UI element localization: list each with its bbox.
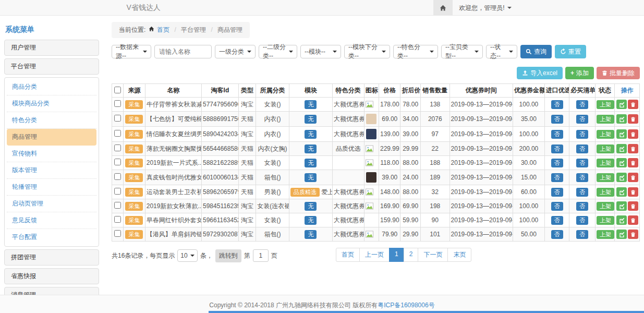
must-buy-badge[interactable]: 否 bbox=[576, 159, 588, 167]
row-checkbox[interactable] bbox=[114, 202, 121, 209]
delete-button[interactable] bbox=[628, 230, 638, 239]
sidebar-item-user-mgmt[interactable]: 用户管理 bbox=[4, 40, 99, 56]
import-select-badge[interactable]: 否 bbox=[551, 173, 563, 182]
pager-last[interactable]: 末页 bbox=[447, 248, 471, 262]
import-select-badge[interactable]: 否 bbox=[551, 230, 563, 239]
row-checkbox[interactable] bbox=[114, 188, 121, 195]
delete-button[interactable] bbox=[628, 144, 638, 153]
delete-button[interactable] bbox=[628, 215, 638, 225]
row-checkbox[interactable] bbox=[114, 216, 121, 223]
data-source-select[interactable]: --数据来源-- bbox=[112, 45, 151, 58]
must-buy-badge[interactable]: 否 bbox=[576, 173, 588, 182]
row-checkbox[interactable] bbox=[114, 230, 121, 237]
must-buy-badge[interactable]: 否 bbox=[576, 216, 588, 225]
import-select-badge[interactable]: 否 bbox=[551, 159, 563, 167]
row-checkbox[interactable] bbox=[114, 130, 121, 137]
status-badge[interactable]: 上架 bbox=[597, 216, 614, 225]
edit-button[interactable] bbox=[616, 114, 627, 124]
primary-category-select[interactable]: 一级分类 bbox=[215, 45, 256, 58]
status-badge[interactable]: 上架 bbox=[597, 188, 614, 197]
edit-button[interactable] bbox=[616, 230, 627, 239]
status-badge[interactable]: 上架 bbox=[597, 173, 614, 182]
breadcrumb-home-link[interactable]: 首页 bbox=[148, 26, 172, 33]
page-number-input[interactable] bbox=[253, 249, 269, 262]
sidebar-item-module-goods-category[interactable]: 模块商品分类 bbox=[7, 95, 96, 112]
must-buy-badge[interactable]: 否 bbox=[576, 115, 588, 124]
status-badge[interactable]: 上架 bbox=[597, 100, 614, 109]
status-badge[interactable]: 上架 bbox=[597, 230, 614, 239]
row-checkbox[interactable] bbox=[114, 145, 121, 151]
status-badge[interactable]: 上架 bbox=[597, 115, 614, 124]
sidebar-item-message-mgmt[interactable]: 消息管理 bbox=[4, 287, 99, 295]
jump-button[interactable]: 跳转到 bbox=[215, 249, 241, 262]
status-badge[interactable]: 上架 bbox=[597, 202, 614, 211]
module-sub-category-select[interactable]: --模块下分类-- bbox=[344, 45, 390, 58]
edit-button[interactable] bbox=[616, 187, 627, 197]
featured-category-select[interactable]: --特色分类-- bbox=[393, 45, 438, 58]
sidebar-item-carousel-mgmt[interactable]: 轮播管理 bbox=[7, 179, 96, 196]
import-excel-button[interactable]: 导入excel bbox=[517, 67, 563, 79]
sidebar-item-featured-category[interactable]: 特色分类 bbox=[7, 112, 96, 129]
batch-delete-button[interactable]: 批量删除 bbox=[597, 67, 640, 79]
edit-button[interactable] bbox=[616, 215, 627, 225]
must-buy-badge[interactable]: 否 bbox=[576, 202, 588, 211]
sidebar-item-platform-mgmt[interactable]: 平台管理 bbox=[4, 58, 99, 75]
item-type-select[interactable]: --宝贝类型-- bbox=[441, 45, 483, 58]
reset-button[interactable]: 重置 bbox=[555, 45, 586, 58]
user-menu[interactable]: 欢迎您，管理员! bbox=[453, 4, 517, 13]
delete-button[interactable] bbox=[628, 187, 638, 197]
delete-button[interactable] bbox=[628, 201, 638, 211]
status-badge[interactable]: 上架 bbox=[597, 145, 614, 153]
must-buy-badge[interactable]: 否 bbox=[576, 145, 588, 153]
module-select[interactable]: --模块-- bbox=[300, 45, 341, 58]
delete-button[interactable] bbox=[628, 129, 638, 139]
secondary-category-select[interactable]: --二级分类-- bbox=[259, 45, 297, 58]
import-select-badge[interactable]: 否 bbox=[551, 188, 563, 197]
status-badge[interactable]: 上架 bbox=[597, 130, 614, 139]
pager-prev[interactable]: 上一页 bbox=[359, 248, 390, 262]
sidebar-item-feedback[interactable]: 意见反馈 bbox=[7, 212, 96, 229]
icp-link[interactable]: 粤ICP备16098006号 bbox=[378, 302, 434, 309]
sidebar-item-platform-config[interactable]: 平台配置 bbox=[7, 229, 96, 245]
edit-button[interactable] bbox=[616, 201, 627, 211]
delete-button[interactable] bbox=[628, 114, 638, 124]
delete-button[interactable] bbox=[628, 173, 638, 182]
sidebar-item-goods-category[interactable]: 商品分类 bbox=[7, 79, 96, 95]
select-all-checkbox[interactable] bbox=[114, 87, 121, 93]
must-buy-badge[interactable]: 否 bbox=[576, 188, 588, 197]
edit-button[interactable] bbox=[616, 100, 627, 109]
status-select[interactable]: --状态-- bbox=[486, 45, 517, 58]
edit-button[interactable] bbox=[616, 129, 627, 139]
row-checkbox[interactable] bbox=[114, 100, 121, 107]
pager-page-2[interactable]: 2 bbox=[404, 248, 419, 262]
row-checkbox[interactable] bbox=[114, 115, 121, 122]
pager-next[interactable]: 下一页 bbox=[418, 248, 448, 262]
delete-button[interactable] bbox=[628, 158, 638, 167]
add-button[interactable]: + 添加 bbox=[565, 67, 594, 79]
sidebar-item-goods-mgmt[interactable]: 商品管理 bbox=[7, 129, 96, 146]
import-select-badge[interactable]: 否 bbox=[551, 115, 563, 124]
import-select-badge[interactable]: 否 bbox=[551, 216, 563, 225]
import-select-badge[interactable]: 否 bbox=[551, 130, 563, 139]
edit-button[interactable] bbox=[616, 173, 627, 182]
search-button[interactable]: 查询 bbox=[520, 45, 552, 58]
pager-page-1[interactable]: 1 bbox=[389, 248, 404, 262]
pager-first[interactable]: 首页 bbox=[336, 248, 360, 262]
delete-button[interactable] bbox=[628, 100, 638, 109]
must-buy-badge[interactable]: 否 bbox=[576, 130, 588, 139]
must-buy-badge[interactable]: 否 bbox=[576, 100, 588, 109]
row-checkbox[interactable] bbox=[114, 159, 121, 165]
per-page-select[interactable]: 10 bbox=[177, 249, 197, 262]
edit-button[interactable] bbox=[616, 144, 627, 153]
sidebar-item-saving-express[interactable]: 省惠快报 bbox=[4, 268, 99, 284]
edit-button[interactable] bbox=[616, 158, 627, 167]
sidebar-item-groupbuy-mgmt[interactable]: 拼团管理 bbox=[4, 249, 99, 266]
import-select-badge[interactable]: 否 bbox=[551, 100, 563, 109]
name-filter-input[interactable] bbox=[154, 45, 212, 58]
row-checkbox[interactable] bbox=[114, 173, 121, 180]
status-badge[interactable]: 上架 bbox=[597, 159, 614, 167]
import-select-badge[interactable]: 否 bbox=[551, 202, 563, 211]
home-button[interactable] bbox=[433, 0, 453, 16]
must-buy-badge[interactable]: 否 bbox=[576, 230, 588, 239]
sidebar-item-splash-mgmt[interactable]: 启动页管理 bbox=[7, 196, 96, 212]
